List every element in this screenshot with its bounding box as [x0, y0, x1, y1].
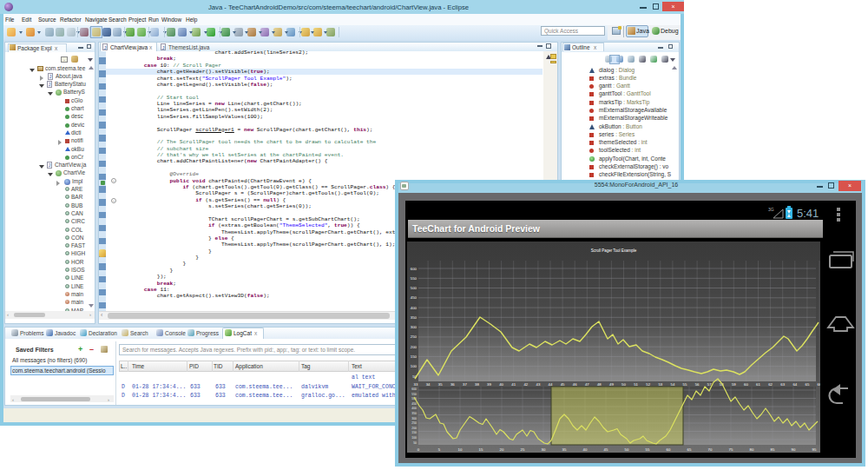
svg-text:42: 42 — [523, 382, 528, 387]
svg-text:40: 40 — [583, 447, 588, 452]
svg-text:55: 55 — [683, 382, 687, 387]
svg-text:100: 100 — [411, 364, 418, 368]
svg-text:41: 41 — [511, 382, 516, 387]
svg-text:52: 52 — [646, 382, 650, 387]
svg-text:80: 80 — [750, 447, 754, 452]
svg-text:48: 48 — [597, 382, 602, 387]
svg-text:53: 53 — [658, 382, 662, 387]
svg-text:Scroll Pager Tool Example: Scroll Pager Tool Example — [591, 248, 637, 253]
svg-text:60: 60 — [667, 447, 671, 452]
svg-text:550: 550 — [411, 276, 418, 281]
svg-text:300: 300 — [411, 417, 417, 420]
svg-text:38: 38 — [475, 382, 479, 387]
svg-text:200: 200 — [411, 427, 417, 430]
svg-text:44: 44 — [549, 382, 553, 387]
svg-text:90: 90 — [792, 447, 796, 452]
svg-text:55: 55 — [646, 447, 650, 452]
svg-text:350: 350 — [411, 315, 418, 320]
svg-text:85: 85 — [771, 447, 775, 452]
svg-text:75: 75 — [729, 447, 733, 452]
svg-text:150: 150 — [411, 431, 417, 434]
svg-text:60: 60 — [744, 382, 748, 387]
svg-text:200: 200 — [411, 345, 418, 349]
svg-text:550: 550 — [411, 393, 417, 396]
svg-text:100: 100 — [411, 436, 417, 440]
svg-text:61: 61 — [756, 382, 760, 387]
svg-text:250: 250 — [411, 334, 418, 339]
svg-text:450: 450 — [411, 402, 417, 406]
svg-text:400: 400 — [411, 407, 417, 410]
svg-text:34: 34 — [426, 382, 431, 387]
svg-text:37: 37 — [463, 382, 467, 387]
svg-text:39: 39 — [487, 382, 491, 387]
svg-text:150: 150 — [411, 354, 418, 359]
svg-text:49: 49 — [609, 382, 614, 387]
svg-text:10: 10 — [458, 447, 463, 452]
svg-text:600: 600 — [411, 267, 418, 271]
svg-text:40: 40 — [499, 382, 503, 387]
svg-text:63: 63 — [780, 382, 785, 387]
svg-text:25: 25 — [521, 447, 525, 452]
svg-text:50: 50 — [621, 382, 626, 387]
svg-text:20: 20 — [500, 447, 504, 452]
svg-text:500: 500 — [411, 286, 418, 290]
svg-text:64: 64 — [792, 382, 797, 387]
svg-text:36: 36 — [450, 382, 455, 387]
svg-text:51: 51 — [634, 382, 638, 387]
svg-text:65: 65 — [806, 382, 810, 387]
svg-text:66: 66 — [818, 382, 820, 387]
svg-text:43: 43 — [536, 382, 541, 387]
svg-text:95: 95 — [812, 447, 817, 452]
svg-text:56: 56 — [695, 382, 700, 387]
svg-text:54: 54 — [671, 382, 675, 387]
svg-text:47: 47 — [585, 382, 589, 387]
svg-text:30: 30 — [542, 447, 546, 452]
svg-text:600: 600 — [411, 387, 417, 391]
svg-text:35: 35 — [438, 382, 443, 387]
svg-text:33: 33 — [414, 382, 418, 387]
svg-text:400: 400 — [411, 306, 418, 310]
svg-text:450: 450 — [411, 295, 418, 300]
svg-text:46: 46 — [573, 382, 577, 387]
svg-text:15: 15 — [479, 447, 483, 452]
svg-text:35: 35 — [562, 447, 567, 452]
svg-text:350: 350 — [411, 412, 417, 415]
svg-text:59: 59 — [732, 382, 736, 387]
svg-text:300: 300 — [411, 325, 418, 329]
svg-text:62: 62 — [768, 382, 773, 387]
svg-text:50: 50 — [413, 441, 417, 445]
svg-text:45: 45 — [604, 447, 608, 452]
svg-text:50: 50 — [625, 447, 629, 452]
svg-text:70: 70 — [708, 447, 713, 452]
svg-text:45: 45 — [561, 382, 565, 387]
svg-text:250: 250 — [411, 421, 417, 425]
svg-text:65: 65 — [687, 447, 692, 452]
